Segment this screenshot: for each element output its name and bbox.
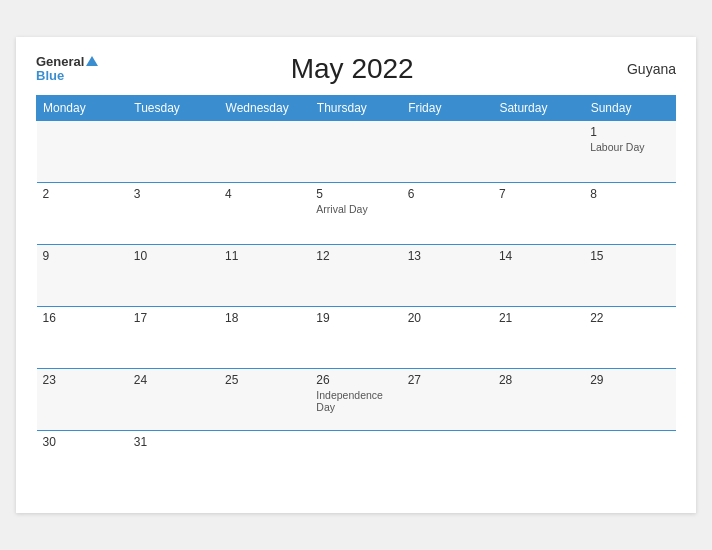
calendar-cell: 18 [219, 307, 310, 369]
day-number: 4 [225, 187, 304, 201]
calendar-cell: 31 [128, 431, 219, 493]
day-number: 11 [225, 249, 304, 263]
calendar-cell: 5Arrival Day [310, 183, 401, 245]
calendar-cell: 30 [37, 431, 128, 493]
calendar-cell: 17 [128, 307, 219, 369]
calendar-container: General Blue May 2022 Guyana MondayTuesd… [16, 37, 696, 513]
event-label: Labour Day [590, 141, 669, 153]
calendar-cell: 13 [402, 245, 493, 307]
calendar-cell [310, 121, 401, 183]
day-number: 1 [590, 125, 669, 139]
calendar-cell [37, 121, 128, 183]
calendar-cell: 12 [310, 245, 401, 307]
day-number: 9 [43, 249, 122, 263]
calendar-cell: 6 [402, 183, 493, 245]
calendar-cell: 29 [584, 369, 675, 431]
calendar-row: 9101112131415 [37, 245, 676, 307]
calendar-cell: 20 [402, 307, 493, 369]
day-number: 20 [408, 311, 487, 325]
calendar-cell: 9 [37, 245, 128, 307]
calendar-row: 1Labour Day [37, 121, 676, 183]
calendar-cell: 15 [584, 245, 675, 307]
day-number: 10 [134, 249, 213, 263]
calendar-cell: 3 [128, 183, 219, 245]
day-number: 25 [225, 373, 304, 387]
day-number: 17 [134, 311, 213, 325]
calendar-cell [310, 431, 401, 493]
country-label: Guyana [606, 61, 676, 77]
day-number: 3 [134, 187, 213, 201]
calendar-cell: 24 [128, 369, 219, 431]
day-number: 14 [499, 249, 578, 263]
day-number: 6 [408, 187, 487, 201]
calendar-cell: 21 [493, 307, 584, 369]
day-number: 31 [134, 435, 213, 449]
col-header-monday: Monday [37, 96, 128, 121]
calendar-cell: 28 [493, 369, 584, 431]
calendar-cell: 26Independence Day [310, 369, 401, 431]
calendar-cell [493, 121, 584, 183]
calendar-cell: 10 [128, 245, 219, 307]
col-header-tuesday: Tuesday [128, 96, 219, 121]
calendar-header: General Blue May 2022 Guyana [36, 53, 676, 85]
calendar-cell [128, 121, 219, 183]
calendar-cell: 4 [219, 183, 310, 245]
day-number: 5 [316, 187, 395, 201]
calendar-cell: 23 [37, 369, 128, 431]
calendar-cell: 11 [219, 245, 310, 307]
event-label: Independence Day [316, 389, 395, 413]
logo-general-text: General [36, 55, 98, 69]
day-number: 23 [43, 373, 122, 387]
day-number: 30 [43, 435, 122, 449]
day-number: 8 [590, 187, 669, 201]
calendar-cell: 19 [310, 307, 401, 369]
calendar-row: 16171819202122 [37, 307, 676, 369]
logo-triangle-icon [86, 56, 98, 66]
day-number: 12 [316, 249, 395, 263]
event-label: Arrival Day [316, 203, 395, 215]
calendar-row: 3031 [37, 431, 676, 493]
day-number: 27 [408, 373, 487, 387]
day-number: 2 [43, 187, 122, 201]
day-number: 21 [499, 311, 578, 325]
calendar-cell [402, 431, 493, 493]
calendar-cell: 2 [37, 183, 128, 245]
calendar-cell [402, 121, 493, 183]
calendar-cell: 8 [584, 183, 675, 245]
header-row: MondayTuesdayWednesdayThursdayFridaySatu… [37, 96, 676, 121]
calendar-table: MondayTuesdayWednesdayThursdayFridaySatu… [36, 95, 676, 493]
day-number: 22 [590, 311, 669, 325]
calendar-row: 2345Arrival Day678 [37, 183, 676, 245]
calendar-cell: 14 [493, 245, 584, 307]
logo-blue-text: Blue [36, 69, 98, 83]
calendar-cell: 25 [219, 369, 310, 431]
calendar-cell: 27 [402, 369, 493, 431]
calendar-cell [219, 121, 310, 183]
calendar-cell: 1Labour Day [584, 121, 675, 183]
day-number: 16 [43, 311, 122, 325]
calendar-cell: 22 [584, 307, 675, 369]
col-header-friday: Friday [402, 96, 493, 121]
day-number: 15 [590, 249, 669, 263]
day-number: 24 [134, 373, 213, 387]
col-header-wednesday: Wednesday [219, 96, 310, 121]
calendar-row: 23242526Independence Day272829 [37, 369, 676, 431]
col-header-thursday: Thursday [310, 96, 401, 121]
day-number: 26 [316, 373, 395, 387]
calendar-cell: 16 [37, 307, 128, 369]
calendar-cell: 7 [493, 183, 584, 245]
calendar-cell [219, 431, 310, 493]
day-number: 7 [499, 187, 578, 201]
calendar-cell [584, 431, 675, 493]
day-number: 28 [499, 373, 578, 387]
col-header-saturday: Saturday [493, 96, 584, 121]
calendar-cell [493, 431, 584, 493]
col-header-sunday: Sunday [584, 96, 675, 121]
logo: General Blue [36, 55, 98, 84]
day-number: 18 [225, 311, 304, 325]
day-number: 29 [590, 373, 669, 387]
calendar-title: May 2022 [98, 53, 606, 85]
day-number: 13 [408, 249, 487, 263]
day-number: 19 [316, 311, 395, 325]
